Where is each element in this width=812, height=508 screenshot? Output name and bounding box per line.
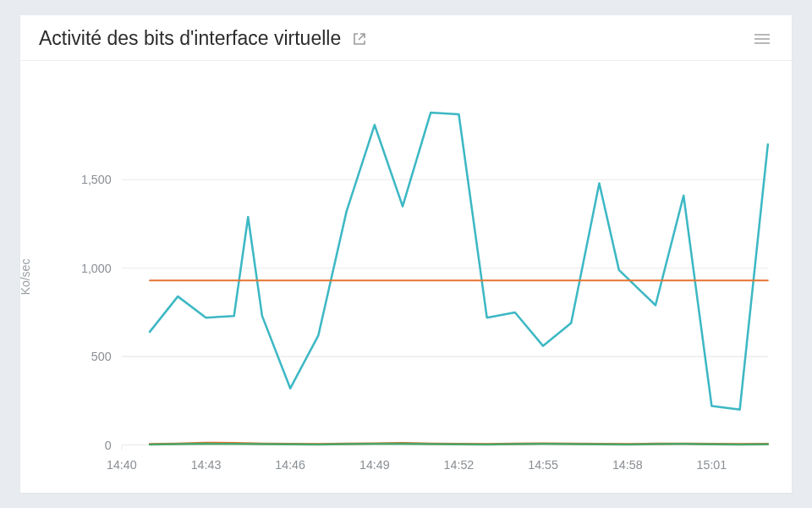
line-chart: 05001,0001,50014:4014:4314:4614:4914:521…	[36, 76, 776, 486]
svg-text:14:52: 14:52	[444, 458, 475, 472]
card-header: Activité des bits d'interface virtuelle	[20, 15, 792, 61]
svg-text:14:40: 14:40	[107, 458, 137, 472]
chart-area: Ko/sec 05001,0001,50014:4014:4314:4614:4…	[20, 61, 792, 493]
svg-text:14:46: 14:46	[275, 458, 305, 472]
svg-text:15:01: 15:01	[697, 458, 727, 472]
svg-text:14:43: 14:43	[191, 458, 222, 472]
external-link-icon[interactable]	[353, 32, 366, 46]
y-axis-label: Ko/sec	[19, 259, 32, 295]
hamburger-menu-icon[interactable]	[751, 28, 773, 50]
svg-text:1,000: 1,000	[81, 262, 112, 275]
svg-text:14:49: 14:49	[359, 458, 390, 472]
card-title: Activité des bits d'interface virtuelle	[39, 27, 341, 50]
svg-text:14:55: 14:55	[528, 458, 558, 472]
svg-text:1,500: 1,500	[81, 173, 112, 186]
svg-text:14:58: 14:58	[612, 458, 643, 472]
chart-card: Activité des bits d'interface virtuelle …	[20, 15, 792, 493]
svg-text:0: 0	[105, 439, 112, 452]
svg-text:500: 500	[91, 350, 112, 363]
